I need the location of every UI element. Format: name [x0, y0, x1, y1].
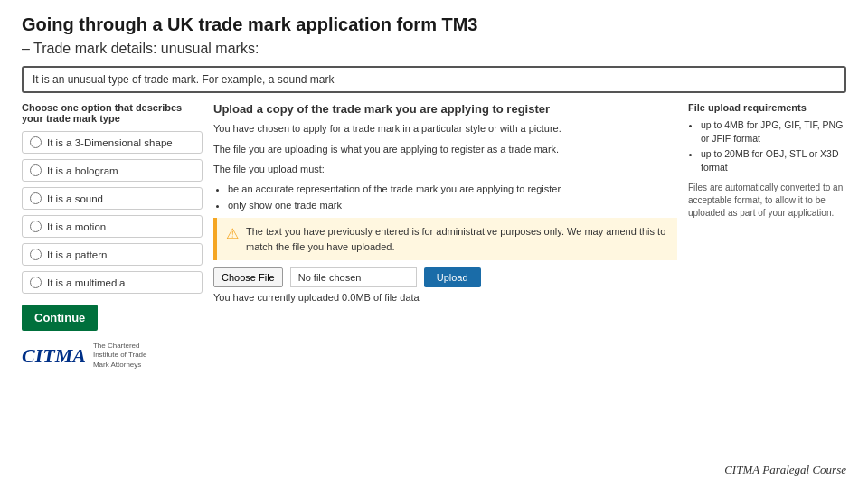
right-req-item-1: up to 4MB for JPG, GIF, TIF, PNG or JFIF…	[701, 118, 846, 145]
left-column: Choose one option that describes your tr…	[22, 102, 203, 459]
radio-motion[interactable]	[30, 221, 42, 232]
radio-label-motion: It is a motion	[47, 221, 106, 232]
radio-item-3d[interactable]: It is a 3-Dimensional shape	[22, 131, 203, 154]
right-column: File upload requirements up to 4MB for J…	[688, 102, 846, 459]
radio-label-multimedia: It is a multimedia	[47, 277, 125, 288]
file-upload-row: Choose File No file chosen Upload	[213, 267, 677, 287]
page-subtitle: – Trade mark details: unusual marks:	[22, 41, 846, 57]
banner-text: It is an unusual type of trade mark. For…	[22, 66, 846, 93]
citma-small-text: The Chartered Institute of Trade Mark At…	[93, 342, 147, 370]
upload-title: Upload a copy of the trade mark you are …	[213, 102, 677, 116]
warning-box: ⚠ The text you have previously entered i…	[213, 218, 677, 260]
citma-logo: CITMA The Chartered Institute of Trade M…	[22, 342, 203, 370]
right-req-list: up to 4MB for JPG, GIF, TIF, PNG or JFIF…	[688, 118, 846, 174]
file-data-text: You have currently uploaded 0.0MB of fil…	[213, 292, 677, 303]
page-title: Going through a UK trade mark applicatio…	[22, 14, 846, 35]
radio-multimedia[interactable]	[30, 277, 42, 288]
upload-desc2: The file you are uploading is what you a…	[213, 142, 677, 157]
warning-text: The text you have previously entered is …	[246, 224, 668, 254]
upload-button[interactable]: Upload	[424, 267, 481, 287]
radio-hologram[interactable]	[30, 164, 42, 176]
section-label: Choose one option that describes your tr…	[22, 102, 203, 124]
page-container: Going through a UK trade mark applicatio…	[0, 0, 868, 488]
radio-item-sound[interactable]: It is a sound	[22, 187, 203, 210]
upload-desc1: You have chosen to apply for a trade mar…	[213, 121, 677, 136]
radio-3d[interactable]	[30, 136, 42, 148]
citma-logo-text: CITMA	[22, 344, 86, 368]
radio-label-3d: It is a 3-Dimensional shape	[47, 137, 173, 148]
radio-item-multimedia[interactable]: It is a multimedia	[22, 271, 203, 294]
radio-pattern[interactable]	[30, 249, 42, 260]
citma-course-label: CITMA Paralegal Course	[724, 463, 846, 477]
radio-label-sound: It is a sound	[47, 193, 103, 204]
middle-column: Upload a copy of the trade mark you are …	[213, 102, 677, 459]
bottom-bar: CITMA Paralegal Course	[22, 459, 846, 477]
choose-file-button[interactable]: Choose File	[213, 267, 283, 287]
main-content: Choose one option that describes your tr…	[22, 102, 846, 459]
bullet-item-2: only show one trade mark	[228, 199, 677, 212]
radio-item-motion[interactable]: It is a motion	[22, 215, 203, 238]
warning-icon: ⚠	[226, 223, 239, 245]
right-note: Files are automatically converted to an …	[688, 182, 846, 220]
right-title: File upload requirements	[688, 102, 846, 113]
continue-button[interactable]: Continue	[22, 305, 98, 331]
upload-bullet-list: be an accurate representation of the tra…	[213, 183, 677, 213]
radio-item-hologram[interactable]: It is a hologram	[22, 159, 203, 182]
radio-group: It is a 3-Dimensional shape It is a holo…	[22, 131, 203, 294]
right-req-item-2: up to 20MB for OBJ, STL or X3D format	[701, 147, 846, 174]
radio-label-hologram: It is a hologram	[47, 165, 118, 176]
radio-label-pattern: It is a pattern	[47, 249, 107, 260]
radio-sound[interactable]	[30, 192, 42, 204]
radio-item-pattern[interactable]: It is a pattern	[22, 243, 203, 266]
upload-desc3: The file you upload must:	[213, 162, 677, 177]
bullet-item-1: be an accurate representation of the tra…	[228, 183, 677, 196]
file-name-display: No file chosen	[290, 267, 417, 287]
